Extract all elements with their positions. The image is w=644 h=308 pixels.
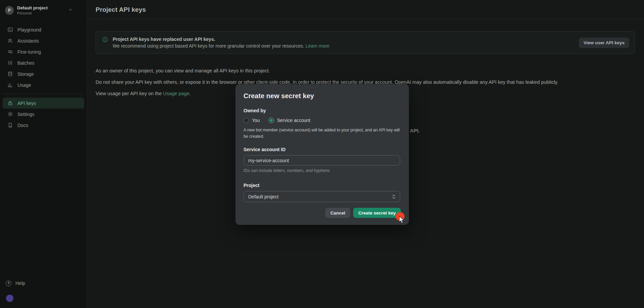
assistants-icon	[7, 38, 13, 44]
sidebar-item-label: Batches	[17, 60, 35, 66]
radio-label-service-account: Service account	[277, 118, 311, 123]
playground-icon	[7, 27, 13, 33]
learn-more-link[interactable]: Learn more	[306, 43, 330, 49]
storage-icon	[7, 71, 13, 77]
paragraph-owner: As an owner of this project, you can vie…	[96, 67, 635, 74]
sidebar: P Default project Personal Playground A	[0, 0, 87, 308]
user-avatar[interactable]	[6, 295, 13, 302]
page-header: Project API keys	[87, 0, 644, 19]
project-title: Default project	[17, 5, 65, 11]
banner-body: We recommend using project based API key…	[113, 43, 329, 49]
sidebar-spacer	[3, 131, 84, 278]
radio-icon-service-account	[269, 118, 274, 123]
usage-page-link[interactable]: Usage page	[163, 91, 189, 96]
create-secret-key-modal: Create new secret key Owned by You Servi…	[235, 84, 409, 225]
sidebar-item-label: Settings	[17, 112, 35, 117]
sidebar-item-label: Playground	[17, 27, 41, 33]
sidebar-divider	[3, 94, 84, 94]
project-subtitle: Personal	[17, 11, 65, 15]
lock-icon	[7, 100, 13, 106]
radio-label-you: You	[252, 118, 260, 123]
sidebar-item-label: Assistants	[17, 38, 39, 44]
view-user-api-keys-button[interactable]: View user API keys	[579, 38, 629, 48]
project-switcher-text: Default project Personal	[17, 5, 65, 15]
project-switcher[interactable]: P Default project Personal	[3, 5, 84, 16]
info-icon	[102, 37, 108, 44]
sidebar-item-label: Storage	[17, 71, 34, 77]
banner-text: Project API keys have replaced user API …	[113, 36, 329, 49]
sidebar-item-usage[interactable]: Usage	[3, 79, 84, 90]
sidebar-item-storage[interactable]: Storage	[3, 68, 84, 79]
create-secret-key-button[interactable]: Create secret key	[353, 208, 401, 218]
select-chevrons-icon	[392, 194, 395, 199]
sidebar-item-api-keys[interactable]: API keys	[3, 98, 84, 109]
radio-selected-dot	[270, 119, 273, 122]
owned-by-radio-group: You Service account	[244, 118, 401, 123]
cancel-button[interactable]: Cancel	[325, 208, 350, 218]
service-account-note: A new bot member (service account) will …	[244, 127, 401, 140]
radio-option-you[interactable]: You	[244, 118, 260, 123]
service-account-id-input[interactable]	[244, 155, 400, 166]
sidebar-nav: Playground Assistants Fine-tuning Batche…	[3, 24, 84, 131]
paragraph-usage-prefix: View usage per API key on the	[96, 91, 163, 96]
sidebar-item-batches[interactable]: Batches	[3, 57, 84, 68]
sidebar-item-fine-tuning[interactable]: Fine-tuning	[3, 46, 84, 57]
radio-icon-you	[244, 118, 249, 123]
info-banner: Project API keys have replaced user API …	[96, 31, 635, 54]
chevron-down-icon	[68, 7, 73, 13]
project-select-label: Project	[244, 183, 401, 188]
obscured-text-fragment: API.	[410, 128, 420, 133]
book-icon	[7, 122, 13, 128]
page-title: Project API keys	[96, 6, 146, 13]
sidebar-item-label: API keys	[17, 101, 36, 106]
radio-option-service-account[interactable]: Service account	[269, 118, 311, 123]
project-avatar: P	[5, 6, 14, 15]
service-account-id-label: Service account ID	[244, 147, 401, 152]
batches-icon	[7, 60, 13, 66]
modal-actions: Cancel Create secret key	[325, 208, 401, 218]
banner-body-text: We recommend using project based API key…	[113, 43, 304, 49]
sidebar-item-docs[interactable]: Docs	[3, 120, 84, 131]
help-label: Help	[15, 281, 25, 286]
sidebar-item-label: Usage	[17, 82, 31, 88]
fine-tuning-icon	[7, 49, 13, 55]
banner-title: Project API keys have replaced user API …	[113, 36, 329, 43]
sidebar-item-label: Fine-tuning	[17, 49, 41, 55]
sidebar-item-label: Docs	[17, 123, 28, 128]
usage-icon	[7, 82, 13, 88]
owned-by-label: Owned by	[244, 108, 401, 113]
gear-icon	[7, 111, 13, 117]
sidebar-item-assistants[interactable]: Assistants	[3, 35, 84, 46]
screen: P Default project Personal Playground A	[0, 0, 644, 308]
project-select-value: Default project	[248, 194, 278, 199]
paragraph-usage-suffix: .	[189, 91, 191, 96]
sidebar-item-playground[interactable]: Playground	[3, 24, 84, 35]
help-button[interactable]: ? Help	[3, 278, 84, 289]
project-select[interactable]: Default project	[244, 191, 400, 202]
help-icon: ?	[6, 281, 11, 286]
service-account-id-help: IDs can include letters, numbers, and hy…	[244, 168, 401, 173]
sidebar-item-settings[interactable]: Settings	[3, 109, 84, 120]
modal-title: Create new secret key	[244, 92, 401, 100]
